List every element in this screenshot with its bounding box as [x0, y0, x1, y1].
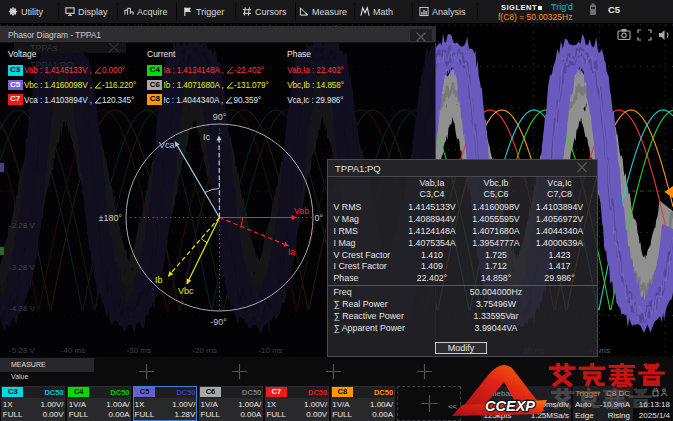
svg-text:CCEXP: CCEXP [485, 398, 535, 414]
